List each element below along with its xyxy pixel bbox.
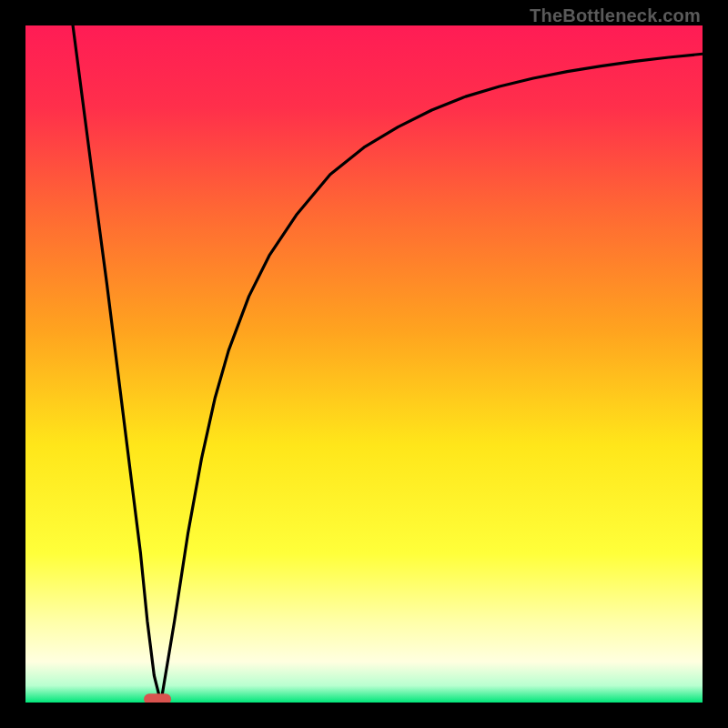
chart-frame [25,25,703,703]
minimum-marker [144,693,171,703]
watermark-text: TheBottleneck.com [530,5,701,26]
chart-svg [25,25,703,703]
chart-background [25,25,703,703]
